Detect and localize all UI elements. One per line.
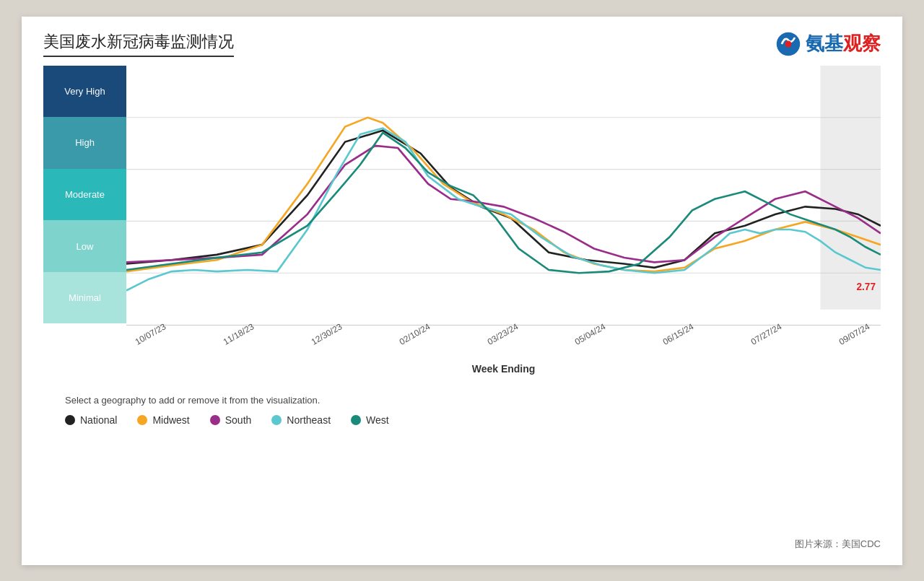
y-label-moderate: Moderate bbox=[43, 169, 126, 221]
chart-area: Very High High Moderate Low Minimal bbox=[43, 66, 881, 326]
west-dot bbox=[351, 415, 361, 425]
south-dot bbox=[210, 415, 220, 425]
legend-label-midwest: Midwest bbox=[152, 414, 189, 426]
y-axis-labels: Very High High Moderate Low Minimal bbox=[43, 66, 126, 326]
legend: National Midwest South Northeast West bbox=[65, 414, 881, 426]
south-line bbox=[126, 145, 881, 262]
logo-icon bbox=[775, 31, 801, 57]
svg-point-1 bbox=[785, 40, 792, 47]
y-label-minimal: Minimal bbox=[43, 272, 126, 324]
chart-svg: 2.77 bbox=[126, 66, 881, 325]
logo: 氨基观察 bbox=[775, 31, 881, 57]
legend-label-northeast: Northeast bbox=[287, 414, 331, 426]
svg-rect-6 bbox=[820, 66, 881, 310]
legend-item-west[interactable]: West bbox=[351, 414, 389, 426]
logo-text: 氨基观察 bbox=[806, 31, 881, 56]
source-text: 图片来源：美国CDC bbox=[795, 538, 881, 551]
legend-item-midwest[interactable]: Midwest bbox=[137, 414, 189, 426]
y-label-low: Low bbox=[43, 220, 126, 272]
y-label-very-high: Very High bbox=[43, 66, 126, 118]
midwest-line bbox=[126, 117, 881, 271]
chart-svg-container: 2.77 bbox=[126, 66, 881, 326]
midwest-dot bbox=[137, 415, 147, 425]
northeast-dot bbox=[271, 415, 282, 425]
y-label-high: High bbox=[43, 117, 126, 169]
page-title: 美国废水新冠病毒监测情况 bbox=[43, 31, 234, 57]
northeast-line bbox=[126, 128, 881, 290]
legend-label-west: West bbox=[366, 414, 389, 426]
week-ending-label: Week Ending bbox=[126, 363, 881, 375]
national-line bbox=[126, 130, 881, 267]
x-axis-area: 10/07/23 11/18/23 12/30/23 02/10/24 03/2… bbox=[126, 330, 881, 340]
legend-label-south: South bbox=[225, 414, 252, 426]
select-geo-text: Select a geography to add or remove it f… bbox=[65, 395, 881, 406]
legend-item-national[interactable]: National bbox=[65, 414, 117, 426]
national-dot bbox=[65, 415, 75, 425]
legend-item-northeast[interactable]: Northeast bbox=[271, 414, 331, 426]
header: 美国废水新冠病毒监测情况 氨基观察 bbox=[43, 31, 881, 57]
main-card: 美国废水新冠病毒监测情况 氨基观察 Very High High Moderat… bbox=[22, 17, 902, 565]
last-value-label: 2.77 bbox=[857, 281, 876, 292]
legend-item-south[interactable]: South bbox=[210, 414, 252, 426]
legend-label-national: National bbox=[80, 414, 117, 426]
